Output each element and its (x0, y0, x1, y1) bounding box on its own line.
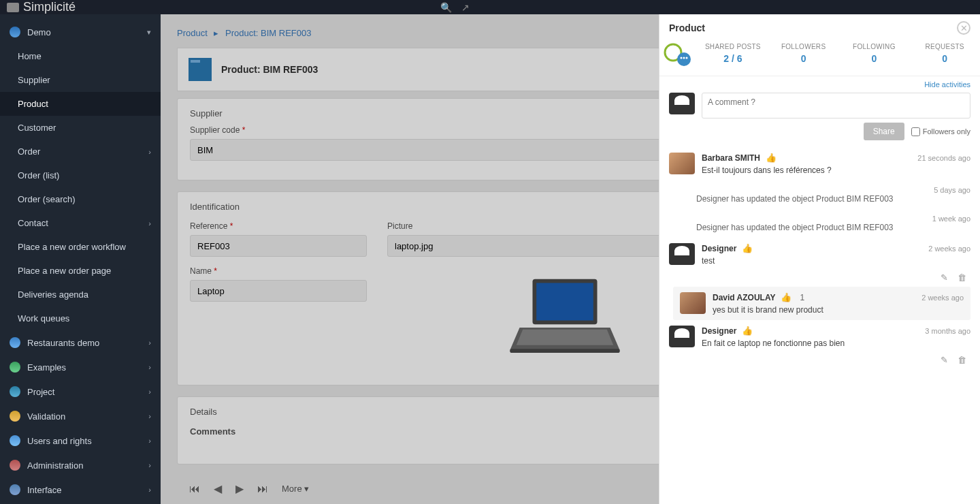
edit-post-icon[interactable]: ✎ (941, 272, 948, 283)
sidebar-item-deliveries[interactable]: Deliveries agenda (0, 283, 161, 306)
chevron-right-icon: › (148, 148, 151, 156)
post-author: Designer (702, 326, 736, 336)
sidebar-item-restaurants[interactable]: Restaurants demo› (0, 330, 161, 355)
following-value: 0 (839, 53, 910, 64)
name-label: Name * (190, 266, 367, 276)
close-icon[interactable]: ✕ (957, 21, 970, 35)
post-text: En fait ce laptop ne fonctionne pas bien (702, 338, 970, 348)
current-user-avatar (669, 93, 695, 114)
name-input[interactable] (190, 280, 367, 302)
delete-post-icon[interactable]: 🗑 (958, 272, 966, 283)
sidebar-item-demo[interactable]: Demo▾ (0, 20, 161, 44)
chevron-right-icon: › (148, 461, 151, 469)
chevron-right-icon: › (148, 437, 151, 445)
sidebar-item-home[interactable]: Home (0, 44, 161, 68)
check-icon (10, 411, 20, 422)
comment-input[interactable] (702, 93, 970, 119)
hide-activities-link[interactable]: Hide activities (659, 76, 980, 90)
topbar: Simplicité 🔍 ↗ (0, 0, 980, 14)
shared-posts-label: SHARED POSTS (698, 43, 768, 50)
following-label: FOLLOWING (839, 43, 910, 50)
sidebar-item-place-page[interactable]: Place a new order page (0, 259, 161, 283)
post-time: 2 weeks ago (921, 294, 964, 302)
requests-value: 0 (909, 53, 980, 64)
like-icon[interactable]: 👍 (781, 292, 791, 302)
delete-post-icon[interactable]: 🗑 (958, 355, 966, 365)
chevron-right-icon: › (148, 412, 151, 420)
post: Designer👍2 weeks agotest (659, 238, 980, 271)
search-icon[interactable]: 🔍 (440, 2, 452, 13)
first-page-icon[interactable]: ⏮ (189, 483, 200, 495)
globe-icon (10, 27, 20, 37)
window-icon (10, 484, 20, 495)
sidebar-item-users[interactable]: Users and rights› (0, 428, 161, 453)
post-author: David AZOULAY (713, 293, 775, 302)
share-button[interactable]: Share (864, 123, 904, 140)
followers-only-label[interactable]: Followers only (911, 127, 970, 136)
avatar (669, 243, 695, 265)
post-text: Est-il toujours dans les références ? (702, 166, 970, 175)
sidebar-item-examples[interactable]: Examples› (0, 355, 161, 379)
edit-post-icon[interactable]: ✎ (941, 355, 948, 365)
sidebar-item-product[interactable]: Product (0, 92, 161, 116)
supplier-code-input[interactable] (190, 139, 703, 161)
sidebar-item-validation[interactable]: Validation› (0, 404, 161, 428)
system-post: 1 week agoDesigner has updated the objec… (659, 209, 980, 238)
next-page-icon[interactable]: ▶ (235, 482, 244, 495)
avatar (680, 292, 706, 314)
flask-icon (10, 362, 20, 373)
product-image (500, 264, 630, 366)
requests-label: REQUESTS (909, 43, 980, 50)
activity-panel-title: Product (669, 22, 705, 33)
sidebar-item-administration[interactable]: Administration› (0, 453, 161, 477)
picture-input[interactable] (387, 235, 683, 257)
app-logo: Simplicité (7, 0, 76, 14)
system-post: 5 days agoDesigner has updated the objec… (659, 180, 980, 209)
post-time: 1 week ago (932, 215, 970, 223)
svg-point-6 (683, 57, 685, 59)
shared-posts-value: 2 / 6 (698, 53, 768, 64)
gear-icon (10, 460, 20, 471)
sidebar-item-customer[interactable]: Customer (0, 116, 161, 140)
post-time: 3 months ago (925, 327, 970, 335)
sidebar-item-supplier[interactable]: Supplier (0, 68, 161, 92)
followers-only-checkbox[interactable] (911, 127, 920, 136)
breadcrumb-current[interactable]: Product: BIM REF003 (225, 28, 311, 38)
like-icon[interactable]: 👍 (766, 153, 777, 163)
last-page-icon[interactable]: ⏭ (257, 483, 268, 495)
like-count: 1 (800, 293, 804, 302)
chevron-right-icon: › (148, 486, 151, 494)
chevron-down-icon: ▾ (147, 28, 151, 37)
sidebar-item-project[interactable]: Project› (0, 379, 161, 404)
sidebar-item-order[interactable]: Order› (0, 140, 161, 163)
prev-page-icon[interactable]: ◀ (214, 482, 222, 495)
sidebar-item-order-list[interactable]: Order (list) (0, 163, 161, 187)
like-icon[interactable]: 👍 (742, 243, 753, 253)
globe-icon (10, 386, 20, 397)
reference-input[interactable] (190, 235, 367, 257)
sidebar-item-work-queues[interactable]: Work queues (0, 306, 161, 330)
followers-label: FOLLOWERS (768, 43, 839, 50)
sidebar-item-order-search[interactable]: Order (search) (0, 187, 161, 211)
identification-title: Identification (190, 202, 240, 212)
external-link-icon[interactable]: ↗ (461, 2, 470, 13)
sidebar-item-interface[interactable]: Interface› (0, 477, 161, 502)
breadcrumb-separator-icon: ▸ (214, 28, 218, 38)
post: David AZOULAY👍12 weeks agoyes but it is … (673, 287, 970, 320)
chevron-right-icon: › (148, 338, 151, 347)
sidebar: Demo▾ Home Supplier Product Customer Ord… (0, 14, 161, 504)
post-time: 21 seconds ago (917, 154, 970, 162)
users-icon (10, 435, 20, 446)
sidebar-item-contact[interactable]: Contact› (0, 211, 161, 235)
like-icon[interactable]: 👍 (742, 326, 753, 336)
activity-icon (659, 43, 698, 67)
chevron-right-icon: › (148, 363, 151, 371)
sidebar-item-place-workflow[interactable]: Place a new order workflow (0, 235, 161, 259)
post-time: 5 days ago (934, 186, 970, 194)
post-time: 2 weeks ago (928, 245, 970, 253)
post-author: Designer (702, 244, 736, 253)
app-name: Simplicité (23, 0, 76, 14)
breadcrumb-root[interactable]: Product (177, 28, 208, 38)
chevron-right-icon: › (148, 388, 151, 396)
more-button[interactable]: More ▾ (282, 484, 309, 494)
